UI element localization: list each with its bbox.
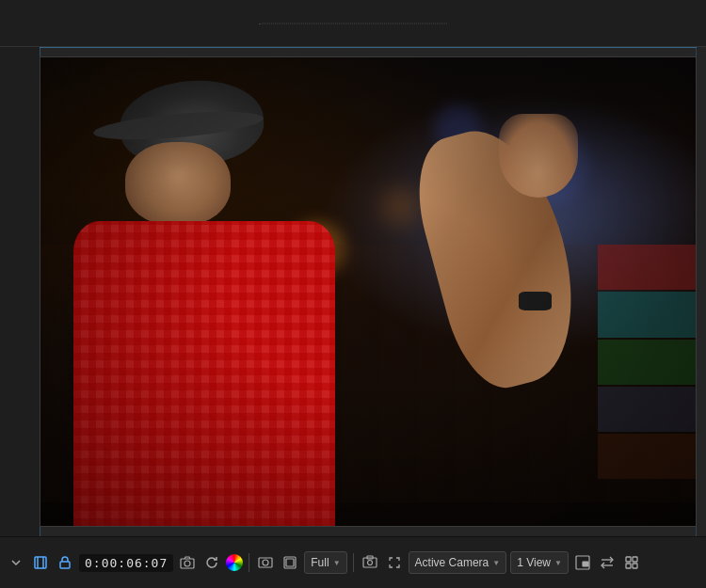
- top-bar-divider: [259, 23, 447, 24]
- separator-2: [353, 553, 354, 572]
- viewport-border-top: [40, 47, 697, 48]
- svg-rect-17: [626, 564, 631, 568]
- camera-dropdown-arrow: ▼: [492, 559, 500, 567]
- active-camera-dropdown[interactable]: Active Camera ▼: [409, 551, 507, 574]
- svg-rect-16: [633, 557, 637, 562]
- svg-point-7: [263, 560, 268, 565]
- camera-icon[interactable]: [177, 552, 198, 573]
- sync-arrows-icon[interactable]: [597, 552, 618, 573]
- vignette: [40, 57, 696, 526]
- left-panel: [0, 47, 40, 536]
- top-bar: [0, 0, 706, 47]
- resolution-label: Full: [311, 556, 329, 569]
- active-camera-label: Active Camera: [415, 556, 489, 569]
- bottom-bar: 0:00:06:07 Full ▼: [0, 536, 706, 588]
- fit-view-button[interactable]: [30, 552, 51, 573]
- resolution-dropdown[interactable]: Full ▼: [304, 551, 346, 574]
- color-picker-icon[interactable]: [226, 554, 243, 571]
- svg-rect-14: [583, 562, 588, 566]
- snapshot-icon[interactable]: [255, 552, 276, 573]
- viewport[interactable]: [40, 56, 697, 527]
- extra-icon[interactable]: [621, 552, 642, 573]
- view-layout-dropdown[interactable]: 1 View ▼: [510, 551, 569, 574]
- view-layout-dropdown-arrow: ▼: [554, 559, 562, 567]
- svg-rect-18: [633, 564, 637, 568]
- timecode-display[interactable]: 0:00:06:07: [79, 554, 173, 572]
- svg-rect-0: [35, 557, 46, 568]
- fullscreen-icon[interactable]: [384, 552, 405, 573]
- pip-icon[interactable]: [572, 552, 593, 573]
- expand-frame-icon[interactable]: [280, 552, 300, 573]
- svg-rect-15: [626, 557, 631, 562]
- svg-point-5: [185, 561, 190, 566]
- separator-1: [249, 553, 249, 572]
- lock-button[interactable]: [55, 552, 75, 573]
- view-layout-label: 1 View: [517, 556, 551, 569]
- sync-button[interactable]: [201, 552, 222, 573]
- svg-rect-9: [286, 559, 294, 566]
- svg-rect-3: [60, 562, 70, 568]
- camera-snapshot-icon[interactable]: [360, 552, 380, 573]
- resolution-dropdown-arrow: ▼: [333, 559, 341, 567]
- viewport-render: [40, 57, 696, 526]
- collapse-button[interactable]: [6, 552, 26, 573]
- svg-point-11: [367, 561, 372, 565]
- main-viewport-area: [0, 47, 706, 536]
